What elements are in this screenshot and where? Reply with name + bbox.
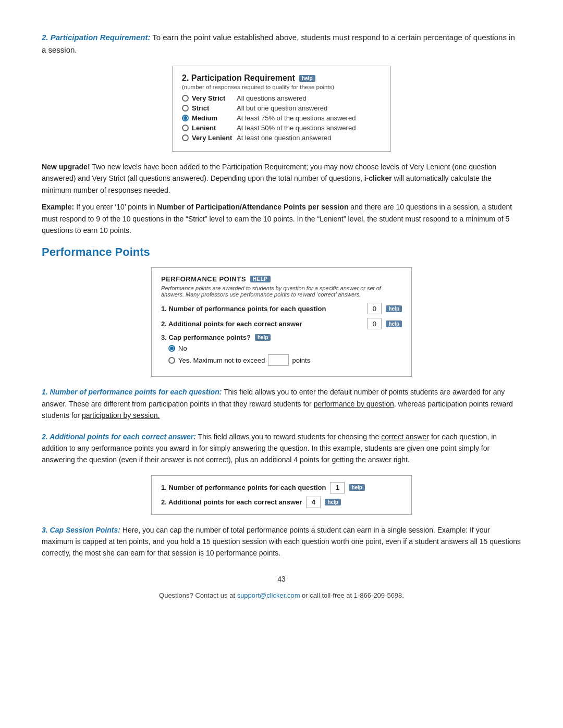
upgrade-label: New upgrade!: [42, 163, 90, 171]
performance-heading: Performance Points: [42, 245, 521, 259]
cap-yes-label: Yes. Maximum not to exceed: [178, 356, 265, 364]
ex-row2-label: 2. Additional points for each correct an…: [161, 498, 302, 506]
footer-contact-rest: or call toll-free at 1-866-209-5698.: [300, 591, 404, 599]
radio-row-medium: Medium At least 75% of the questions ans…: [182, 114, 381, 122]
perf-row1-value: 0: [367, 303, 382, 314]
perf-row1-label: 1. Number of performance points for each…: [161, 305, 363, 313]
cap-radio-yes[interactable]: [168, 357, 175, 364]
upgrade-bold: i-clicker: [364, 174, 392, 182]
radio-label-medium: Medium: [192, 114, 234, 122]
cap-session-text: Here, you can cap the number of total pe…: [120, 526, 437, 534]
cap-no-label: No: [178, 344, 187, 352]
radio-very-lenient[interactable]: [182, 134, 189, 141]
radio-label-strict: Strict: [192, 104, 234, 112]
perf-row2-value: 0: [367, 318, 382, 329]
radio-strict[interactable]: [182, 105, 189, 112]
perf-row2-label: 2. Additional points for each correct an…: [161, 320, 363, 328]
upgrade-paragraph: New upgrade! Two new levels have been ad…: [42, 161, 521, 196]
cap-session-heading: 3. Cap Session Points:: [42, 526, 120, 534]
example-text: If you enter ‘10’ points in: [74, 203, 157, 211]
radio-desc-very-lenient: At least one question answered: [237, 134, 331, 142]
ex-row1-label: 1. Number of performance points for each…: [161, 484, 326, 491]
participation-intro-label: 2. Participation Requirement:: [42, 33, 150, 42]
participation-box: 2. Participation Requirement help (numbe…: [172, 66, 391, 152]
footer: Questions? Contact us at support@clicker…: [42, 591, 521, 599]
radio-medium[interactable]: [182, 115, 189, 121]
perf-row-1: 1. Number of performance points for each…: [161, 303, 402, 314]
radio-row-strict: Strict All but one question answered: [182, 104, 381, 112]
cap-session-paragraph: 3. Cap Session Points: Here, you can cap…: [42, 524, 521, 559]
radio-desc-medium: At least 75% of the questions answered: [237, 114, 356, 122]
radio-lenient[interactable]: [182, 125, 189, 131]
participation-section: 2. Participation Requirement: To earn th…: [42, 31, 521, 236]
perf-row-2: 2. Additional points for each correct an…: [161, 318, 402, 329]
radio-desc-very-strict: All questions answered: [237, 94, 307, 102]
example-bold: Number of Participation/Attendance Point…: [157, 203, 348, 211]
cap-yes-unit: points: [292, 356, 310, 364]
radio-row-very-strict: Very Strict All questions answered: [182, 94, 381, 102]
perf-help-button[interactable]: help: [250, 276, 271, 282]
perf-row1-help-button[interactable]: help: [386, 305, 402, 312]
page-number: 43: [42, 575, 521, 583]
radio-row-lenient: Lenient At least 50% of the questions an…: [182, 124, 381, 132]
cap-options: No Yes. Maximum not to exceed points: [168, 344, 402, 366]
cap-option-no: No: [168, 344, 402, 352]
radio-label-very-strict: Very Strict: [192, 94, 234, 102]
ex-row-1: 1. Number of performance points for each…: [161, 482, 402, 493]
cap-label: 3. Cap performance points? help: [161, 334, 402, 341]
footer-email-link[interactable]: support@clicker.com: [237, 591, 300, 599]
radio-label-very-lenient: Very Lenient: [192, 134, 234, 142]
cap-help-button[interactable]: help: [255, 334, 271, 341]
cap-radio-no[interactable]: [168, 345, 175, 352]
ex-row1-value: 1: [330, 482, 345, 493]
perf-desc2-heading: 2. Additional points for each correct an…: [42, 433, 196, 441]
perf-desc1: 1. Number of performance points for each…: [42, 386, 521, 421]
perf-desc1-heading: 1. Number of performance points for each…: [42, 388, 222, 396]
performance-section: Performance Points PERFORMANCE POINTS he…: [42, 245, 521, 559]
participation-example-paragraph: Example: If you enter ‘10’ points in Num…: [42, 201, 521, 236]
ex-row2-value: 4: [306, 497, 321, 508]
radio-label-lenient: Lenient: [192, 124, 234, 132]
cap-option-yes: Yes. Maximum not to exceed points: [168, 354, 402, 366]
participation-intro: 2. Participation Requirement: To earn th…: [42, 31, 521, 56]
perf-box-subtitle: Performance points are awarded to studen…: [161, 285, 402, 298]
perf-desc2-underline: correct answer: [381, 433, 429, 441]
perf-desc1-underline2: participation by session.: [82, 411, 160, 419]
performance-example-box: 1. Number of performance points for each…: [151, 475, 412, 515]
perf-desc2: 2. Additional points for each correct an…: [42, 431, 521, 466]
radio-row-very-lenient: Very Lenient At least one question answe…: [182, 134, 381, 142]
participation-help-button[interactable]: help: [299, 75, 315, 82]
ex-row1-help-button[interactable]: help: [349, 484, 365, 491]
participation-box-subtitle: (number of responses required to qualify…: [182, 84, 381, 90]
ex-row2-help-button[interactable]: help: [325, 499, 341, 505]
example-label: Example:: [42, 203, 74, 211]
radio-desc-lenient: At least 50% of the questions answered: [237, 124, 356, 132]
perf-box-title: PERFORMANCE POINTS help: [161, 275, 402, 283]
performance-box: PERFORMANCE POINTS help Performance poin…: [151, 267, 412, 377]
perf-desc1-underline1: performance by question: [314, 400, 394, 408]
cap-yes-input[interactable]: [268, 354, 289, 366]
cap-session-example-label: Example:: [437, 526, 468, 534]
perf-desc2-text: This field allows you to reward students…: [196, 433, 381, 441]
radio-very-strict[interactable]: [182, 95, 189, 102]
participation-box-title: 2. Participation Requirement help: [182, 73, 381, 83]
perf-row2-help-button[interactable]: help: [386, 320, 402, 327]
cap-row: 3. Cap performance points? help No Yes. …: [161, 334, 402, 366]
radio-desc-strict: All but one question answered: [237, 104, 327, 112]
ex-row-2: 2. Additional points for each correct an…: [161, 497, 402, 508]
footer-contact-text: Questions? Contact us at: [159, 591, 237, 599]
